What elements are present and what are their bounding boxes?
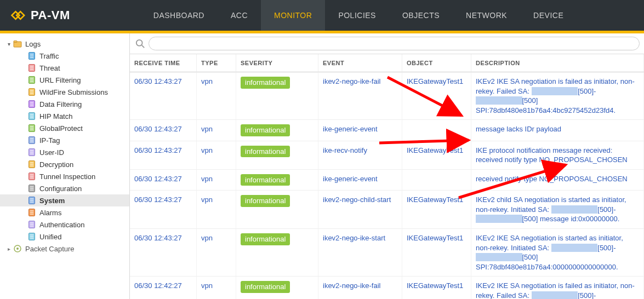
cell-event: ikev2-nego-ike-start [318,229,402,277]
cell-type: vpn [197,72,236,120]
cell-event: ikev2-nego-ike-fail [318,72,402,120]
nav-acc[interactable]: ACC [218,0,261,31]
cell-type: vpn [197,229,236,277]
sidebar-item-authentication[interactable]: Authentication [0,219,129,231]
content-pane: RECEIVE TIMETYPESEVERITYEVENTOBJECTDESCR… [130,33,644,299]
sidebar-item-wildfire-submissions[interactable]: WildFire Submissions [0,86,129,98]
nav-policies[interactable]: POLICIES [325,0,389,31]
sidebar-item-label: WildFire Submissions [39,88,108,96]
nav-objects[interactable]: OBJECTS [389,0,453,31]
search-icon[interactable] [134,38,146,50]
col-object[interactable]: OBJECT [402,54,471,72]
sidebar-item-traffic[interactable]: Traffic [0,50,129,62]
search-input[interactable] [149,37,640,50]
sidebar-item-configuration[interactable]: Configuration [0,182,129,194]
cell-time: 06/30 12:43:27 [130,141,197,170]
chevron-right-icon[interactable]: ▸ [5,245,12,252]
brand-icon [10,8,25,23]
sidebar-item-user-id[interactable]: User-ID [0,146,129,158]
doc-icon [27,172,36,181]
packet-capture-icon [13,244,22,253]
cell-time: 06/30 12:43:27 [130,120,197,141]
sidebar-item-system[interactable]: System [0,194,129,206]
sidebar-item-tunnel-inspection[interactable]: Tunnel Inspection [0,170,129,182]
cell-object: IKEGatewayTest1 [402,72,471,120]
cell-type: vpn [197,170,236,191]
sidebar-group-label: Logs [25,40,41,48]
brand-name: PA-VM [31,8,70,22]
cell-description: received notify type NO_PROPOSAL_CHOSEN [471,170,644,191]
nav-monitor[interactable]: MONITOR [261,0,325,31]
log-table: RECEIVE TIMETYPESEVERITYEVENTOBJECTDESCR… [130,54,644,299]
cell-object [402,120,471,141]
sidebar-group-packet-capture[interactable]: ▸ Packet Capture [0,243,129,255]
sidebar-item-label: Alarms [39,209,61,217]
col-type[interactable]: TYPE [197,54,236,72]
chevron-down-icon[interactable]: ▾ [5,41,12,47]
sidebar-item-label: Decryption [39,160,73,169]
cell-severity: informational [236,191,318,229]
cell-object: IKEGatewayTest1 [402,191,471,229]
sidebar-item-unified[interactable]: Unified [0,231,129,243]
cell-type: vpn [197,120,236,141]
cell-event: ike-recv-notify [318,141,402,170]
svg-rect-1 [14,41,17,43]
sidebar-item-label: IP-Tag [39,136,60,145]
doc-icon [27,208,36,217]
doc-icon [27,136,36,145]
sidebar-item-url-filtering[interactable]: URL Filtering [0,74,129,86]
cell-description: IKEv2 IKE SA negotiation is failed as in… [471,277,644,299]
sidebar-item-decryption[interactable]: Decryption [0,158,129,170]
sidebar-item-label: HIP Match [39,112,72,120]
sidebar-item-label: Unified [39,233,61,241]
logs-folder-icon [13,39,22,48]
sidebar-group-logs[interactable]: ▾ Logs [0,38,129,50]
cell-severity: informational [236,141,318,170]
cell-description: IKE protocol notification message receiv… [471,141,644,170]
sidebar-item-globalprotect[interactable]: GlobalProtect [0,122,129,134]
nav-device[interactable]: DEVICE [520,0,577,31]
sidebar-item-label: Tunnel Inspection [39,173,95,181]
search-bar [130,33,644,54]
doc-icon [27,51,36,60]
brand-logo: PA-VM [0,8,80,23]
col-receive_time[interactable]: RECEIVE TIME [130,54,197,72]
doc-icon [27,148,36,157]
cell-event: ikev2-nego-ike-fail [318,277,402,299]
severity-badge: informational [241,124,290,136]
sidebar-item-alarms[interactable]: Alarms [0,206,129,219]
severity-badge: informational [241,77,290,89]
app-header: PA-VM DASHBOARDACCMONITORPOLICIESOBJECTS… [0,0,644,31]
doc-icon [27,100,36,108]
doc-icon [27,184,36,193]
doc-icon [27,160,36,169]
sidebar-item-ip-tag[interactable]: IP-Tag [0,134,129,146]
svg-point-68 [136,39,143,45]
cell-type: vpn [197,277,236,299]
main-nav: DASHBOARDACCMONITORPOLICIESOBJECTSNETWOR… [140,0,577,31]
cell-description: IKEv2 IKE SA negotiation is failed as in… [471,72,644,120]
sidebar-item-threat[interactable]: Threat [0,62,129,74]
sidebar-item-hip-match[interactable]: HIP Match [0,110,129,122]
col-severity[interactable]: SEVERITY [236,54,318,72]
svg-line-69 [142,45,145,48]
sidebar-item-label: Authentication [39,221,84,229]
col-description[interactable]: DESCRIPTION [471,54,644,72]
cell-event: ikev2-nego-child-start [318,191,402,229]
col-event[interactable]: EVENT [318,54,402,72]
cell-type: vpn [197,141,236,170]
sidebar-item-data-filtering[interactable]: Data Filtering [0,98,129,110]
cell-event: ike-generic-event [318,120,402,141]
nav-network[interactable]: NETWORK [453,0,520,31]
severity-badge: informational [241,281,290,293]
nav-dashboard[interactable]: DASHBOARD [140,0,218,31]
svg-point-67 [16,248,19,250]
cell-object: IKEGatewayTest1 [402,229,471,277]
severity-badge: informational [241,174,290,186]
cell-severity: informational [236,170,318,191]
sidebar-item-label: URL Filtering [39,76,81,84]
cell-time: 06/30 12:43:27 [130,72,197,120]
cell-description: message lacks IDr payload [471,120,644,141]
severity-badge: informational [241,195,290,207]
cell-type: vpn [197,191,236,229]
